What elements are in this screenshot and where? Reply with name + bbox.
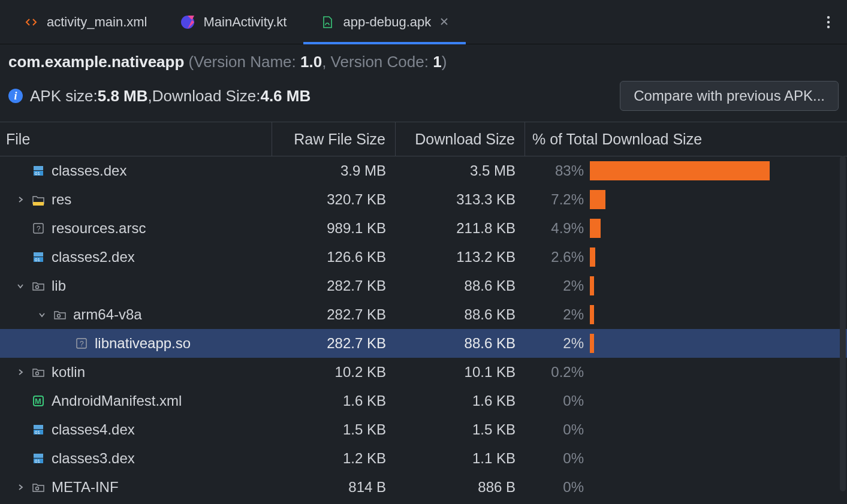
percent-bar xyxy=(590,190,847,209)
download-size: 88.6 KB xyxy=(396,306,525,323)
package-info: com.example.nativeapp (Version Name: 1.0… xyxy=(0,44,847,75)
percent-bar xyxy=(590,219,847,238)
file-name: AndroidManifest.xml xyxy=(52,393,182,409)
table-row[interactable]: res320.7 KB313.3 KB7.2% xyxy=(0,185,847,214)
svg-point-16 xyxy=(58,315,61,318)
table-row[interactable]: MAndroidManifest.xml1.6 KB1.6 KB0% xyxy=(0,387,847,415)
download-size: 1.5 KB xyxy=(396,421,525,438)
expand-arrow-icon[interactable] xyxy=(14,282,26,289)
svg-text:?: ? xyxy=(37,225,41,233)
percent: 0.2% xyxy=(525,364,590,381)
scrollbar[interactable] xyxy=(840,156,846,491)
expand-arrow-icon[interactable] xyxy=(14,484,26,491)
svg-point-2 xyxy=(328,23,329,23)
tab-activity_main-xml[interactable]: activity_main.xml xyxy=(7,0,164,44)
table-row[interactable]: arm64-v8a282.7 KB88.6 KB2% xyxy=(0,300,847,329)
compare-apk-button[interactable]: Compare with previous APK... xyxy=(620,81,839,111)
file-name: lib xyxy=(52,277,66,294)
file-name: classes2.dex xyxy=(52,249,135,265)
raw-size: 10.2 KB xyxy=(272,364,396,381)
raw-size: 1.2 KB xyxy=(272,450,396,467)
download-size: 886 B xyxy=(396,479,525,496)
raw-size: 320.7 KB xyxy=(272,191,396,208)
percent-bar xyxy=(590,276,847,295)
file-name: classes3.dex xyxy=(52,450,135,467)
download-size: 10.1 KB xyxy=(396,364,525,381)
expand-arrow-icon[interactable] xyxy=(14,369,26,376)
svg-text:01: 01 xyxy=(35,430,40,435)
svg-text:M: M xyxy=(35,397,41,406)
download-size: 313.3 KB xyxy=(396,191,525,208)
header-raw-size[interactable]: Raw File Size xyxy=(272,122,396,156)
svg-point-3 xyxy=(827,16,830,19)
raw-size: 1.5 KB xyxy=(272,421,396,438)
percent-bar xyxy=(590,161,847,180)
svg-point-1 xyxy=(326,23,327,23)
svg-rect-9 xyxy=(33,202,44,206)
table-row[interactable]: kotlin10.2 KB10.1 KB0.2% xyxy=(0,358,847,387)
download-size: 88.6 KB xyxy=(396,335,525,352)
download-size: 211.8 KB xyxy=(396,220,525,237)
download-size: 3.5 MB xyxy=(396,162,525,179)
svg-point-19 xyxy=(36,372,39,375)
file-name: classes.dex xyxy=(52,162,126,179)
file-name: resources.arsc xyxy=(52,220,146,237)
table-row[interactable]: ?libnativeapp.so282.7 KB88.6 KB2% xyxy=(0,329,847,358)
table-row[interactable]: META-INF814 B886 B0% xyxy=(0,473,847,498)
tab-label: activity_main.xml xyxy=(47,14,147,30)
info-icon: i xyxy=(8,89,23,103)
more-icon[interactable] xyxy=(827,16,830,32)
tab-label: MainActivity.kt xyxy=(203,14,287,30)
svg-rect-6 xyxy=(34,166,43,170)
raw-size: 126.6 KB xyxy=(272,249,396,265)
svg-rect-12 xyxy=(34,252,43,256)
raw-size: 989.1 KB xyxy=(272,220,396,237)
percent: 0% xyxy=(525,393,590,409)
download-size: 1.6 KB xyxy=(396,393,525,409)
table-row[interactable]: lib282.7 KB88.6 KB2% xyxy=(0,271,847,300)
raw-size: 1.6 KB xyxy=(272,393,396,409)
raw-size: 282.7 KB xyxy=(272,277,396,294)
svg-text:01: 01 xyxy=(35,171,40,176)
svg-text:01: 01 xyxy=(35,458,40,464)
download-size: 1.1 KB xyxy=(396,450,525,467)
table-row[interactable]: ?resources.arsc989.1 KB211.8 KB4.9% xyxy=(0,214,847,243)
file-table[interactable]: 01classes.dex3.9 MB3.5 MB83%res320.7 KB3… xyxy=(0,156,847,498)
tab-label: app-debug.apk xyxy=(343,14,431,30)
svg-point-28 xyxy=(36,487,39,490)
table-row[interactable]: 01classes3.dex1.2 KB1.1 KB0% xyxy=(0,444,847,473)
file-name: classes4.dex xyxy=(52,421,135,438)
percent: 2% xyxy=(525,335,590,352)
header-download-size[interactable]: Download Size xyxy=(396,122,525,156)
file-name: META-INF xyxy=(52,479,119,496)
percent: 2% xyxy=(525,306,590,323)
svg-rect-25 xyxy=(34,454,43,458)
svg-text:01: 01 xyxy=(35,257,40,262)
table-row[interactable]: 01classes4.dex1.5 KB1.5 KB0% xyxy=(0,415,847,444)
header-file[interactable]: File xyxy=(0,122,272,156)
svg-rect-22 xyxy=(34,425,43,429)
tab-app-debug-apk[interactable]: app-debug.apk xyxy=(303,0,466,44)
svg-point-15 xyxy=(36,286,39,289)
raw-size: 282.7 KB xyxy=(272,306,396,323)
raw-size: 282.7 KB xyxy=(272,335,396,352)
percent: 0% xyxy=(525,450,590,467)
package-name: com.example.nativeapp xyxy=(8,53,184,71)
percent-bar xyxy=(590,334,847,353)
table-row[interactable]: 01classes.dex3.9 MB3.5 MB83% xyxy=(0,156,847,185)
table-header: File Raw File Size Download Size % of To… xyxy=(0,122,847,156)
download-size: 88.6 KB xyxy=(396,277,525,294)
header-percent[interactable]: % of Total Download Size xyxy=(525,122,847,156)
file-name: res xyxy=(52,191,71,208)
close-icon[interactable] xyxy=(439,14,449,30)
svg-point-4 xyxy=(827,21,830,23)
svg-point-5 xyxy=(827,26,830,28)
expand-arrow-icon[interactable] xyxy=(14,196,26,203)
tab-mainactivity-kt[interactable]: MainActivity.kt xyxy=(164,0,303,44)
percent: 0% xyxy=(525,421,590,438)
percent-bar xyxy=(590,305,847,324)
raw-size: 814 B xyxy=(272,479,396,496)
table-row[interactable]: 01classes2.dex126.6 KB113.2 KB2.6% xyxy=(0,243,847,271)
percent: 7.2% xyxy=(525,191,590,208)
expand-arrow-icon[interactable] xyxy=(36,311,48,318)
